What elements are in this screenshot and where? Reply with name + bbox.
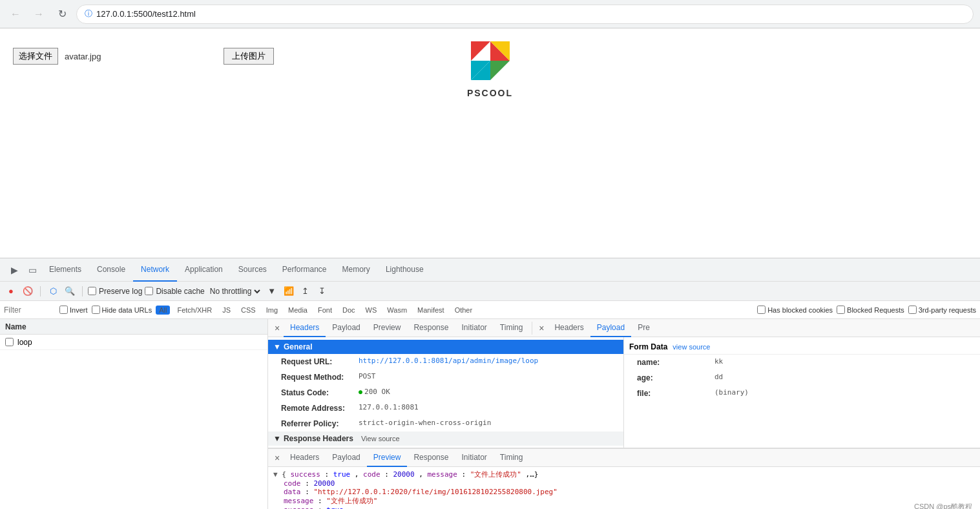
json-expand-root[interactable]: ▼ xyxy=(273,470,278,479)
choose-file-button[interactable]: 选择文件 xyxy=(13,48,58,65)
search-icon[interactable]: 🔍 xyxy=(63,284,77,298)
upload-button[interactable]: 上传图片 xyxy=(224,48,274,65)
filter-media[interactable]: Media xyxy=(285,306,311,315)
filter-fetch-xhr[interactable]: Fetch/XHR xyxy=(174,306,215,315)
tab-pre-2[interactable]: Pre xyxy=(631,319,656,337)
clear-button[interactable]: 🚫 xyxy=(21,284,35,298)
tab-console[interactable]: Console xyxy=(89,258,133,282)
invert-checkbox[interactable] xyxy=(59,306,68,314)
preserve-log-label[interactable]: Preserve log xyxy=(88,287,142,296)
form-name-item: name: kk xyxy=(624,355,980,370)
preview-tab-headers[interactable]: Headers xyxy=(284,449,326,467)
tab-lighthouse[interactable]: Lighthouse xyxy=(378,258,432,282)
filter-ws[interactable]: WS xyxy=(362,306,381,315)
filter-doc[interactable]: Doc xyxy=(339,306,359,315)
filter-img[interactable]: Img xyxy=(263,306,281,315)
preview-close-button[interactable]: × xyxy=(271,452,284,464)
filter-other[interactable]: Other xyxy=(452,306,476,315)
has-blocked-cookies-label[interactable]: Has blocked cookies xyxy=(757,306,833,314)
tab-timing[interactable]: Timing xyxy=(494,319,530,337)
tab-memory[interactable]: Memory xyxy=(335,258,378,282)
json-message-val-inline: "文件上传成功" xyxy=(470,470,521,479)
hide-data-urls-text: Hide data URLs xyxy=(102,306,152,314)
general-section-header[interactable]: ▼ General xyxy=(268,340,623,354)
disable-cache-checkbox[interactable] xyxy=(145,287,153,295)
reload-button[interactable]: ↻ xyxy=(53,5,71,23)
filter-wasm[interactable]: Wasm xyxy=(384,306,410,315)
tab-payload[interactable]: Payload xyxy=(326,319,366,337)
tab-network[interactable]: Network xyxy=(133,258,177,282)
preview-tab-preview[interactable]: Preview xyxy=(367,449,408,467)
form-file-item: file: (binary) xyxy=(624,386,980,401)
throttle-arrow[interactable]: ▼ xyxy=(265,284,279,298)
lock-icon: ⓘ xyxy=(85,8,92,19)
json-success-val-inline: true xyxy=(333,470,351,479)
json-colon: : xyxy=(324,470,333,479)
request-url-val: http://127.0.0.1:8081/api/admin/image/lo… xyxy=(359,356,538,368)
tab-headers-2[interactable]: Headers xyxy=(548,319,590,337)
filter-js[interactable]: JS xyxy=(219,306,234,315)
back-button[interactable]: ← xyxy=(6,5,25,23)
details-tabs: × Headers Payload Preview Response Initi… xyxy=(268,319,980,337)
tab-payload-2[interactable]: Payload xyxy=(590,319,631,337)
blocked-requests-label[interactable]: Blocked Requests xyxy=(837,306,904,314)
throttle-select[interactable]: No throttling Fast 3G Slow 3G xyxy=(207,286,262,296)
preview-tab-response[interactable]: Response xyxy=(407,449,455,467)
third-party-label[interactable]: 3rd-party requests xyxy=(908,306,976,314)
form-file-val: (binary) xyxy=(714,388,749,399)
device-icon[interactable]: ▭ xyxy=(23,261,41,279)
table-row[interactable]: loop xyxy=(0,335,267,350)
preview-tabs: × Headers Payload Preview Response Initi… xyxy=(268,449,980,467)
pscool-logo xyxy=(464,35,516,87)
top-details: × Headers Payload Preview Response Initi… xyxy=(268,319,980,448)
view-source-link[interactable]: View source xyxy=(361,435,400,442)
blocked-requests-checkbox[interactable] xyxy=(837,306,845,314)
invert-label[interactable]: Invert xyxy=(59,306,88,314)
preserve-log-checkbox[interactable] xyxy=(88,287,96,295)
hide-data-urls-label[interactable]: Hide data URLs xyxy=(92,306,152,314)
disable-cache-label[interactable]: Disable cache xyxy=(145,287,204,296)
wifi-icon[interactable]: 📶 xyxy=(282,284,296,298)
has-blocked-cookies-checkbox[interactable] xyxy=(757,306,766,314)
hide-data-urls-checkbox[interactable] xyxy=(92,306,100,314)
filter-input[interactable] xyxy=(4,306,56,315)
tab-preview[interactable]: Preview xyxy=(367,319,408,337)
tab-response[interactable]: Response xyxy=(407,319,455,337)
upload-icon[interactable]: ↥ xyxy=(298,284,313,298)
referrer-policy-val: strict-origin-when-cross-origin xyxy=(359,418,491,430)
payload-close-button[interactable]: × xyxy=(535,322,548,335)
has-blocked-cookies-text: Has blocked cookies xyxy=(767,306,833,314)
download-icon[interactable]: ↧ xyxy=(315,284,329,298)
details-close-button[interactable]: × xyxy=(271,322,284,335)
row-checkbox[interactable] xyxy=(5,338,14,346)
tab-elements[interactable]: Elements xyxy=(41,258,89,282)
json-message-val: "文件上传成功" xyxy=(326,497,377,505)
filter-all[interactable]: All xyxy=(156,306,170,315)
tab-sources[interactable]: Sources xyxy=(231,258,275,282)
tab-application[interactable]: Application xyxy=(177,258,231,282)
svg-marker-4 xyxy=(490,61,510,80)
forward-button[interactable]: → xyxy=(30,5,48,23)
filter-icon[interactable]: ⬡ xyxy=(46,284,60,298)
form-name-val: kk xyxy=(714,357,723,368)
filter-manifest[interactable]: Manifest xyxy=(414,306,448,315)
response-headers-section-header[interactable]: ▼ Response Headers View source xyxy=(268,431,623,446)
address-bar[interactable]: ⓘ 127.0.0.1:5500/test12.html xyxy=(76,5,974,24)
form-data-label: Form Data xyxy=(629,342,667,351)
record-button[interactable]: ● xyxy=(4,284,18,298)
tab-headers[interactable]: Headers xyxy=(284,319,326,337)
preview-tab-payload[interactable]: Payload xyxy=(326,449,366,467)
inspect-icon[interactable]: ▶ xyxy=(5,261,23,279)
filter-font[interactable]: Font xyxy=(315,306,335,315)
tab-initiator[interactable]: Initiator xyxy=(455,319,493,337)
details-content: ▼ General Request URL: http://127.0.0.1:… xyxy=(268,337,980,448)
preview-tab-initiator[interactable]: Initiator xyxy=(455,449,493,467)
json-message-sep: : xyxy=(318,497,326,505)
preview-tab-timing[interactable]: Timing xyxy=(494,449,530,467)
logo-text: PSCOOL xyxy=(467,88,513,98)
remote-address-key: Remote Address: xyxy=(281,402,359,414)
form-data-view-source[interactable]: view source xyxy=(672,343,710,351)
third-party-checkbox[interactable] xyxy=(908,306,917,314)
tab-performance[interactable]: Performance xyxy=(275,258,335,282)
filter-css[interactable]: CSS xyxy=(238,306,259,315)
